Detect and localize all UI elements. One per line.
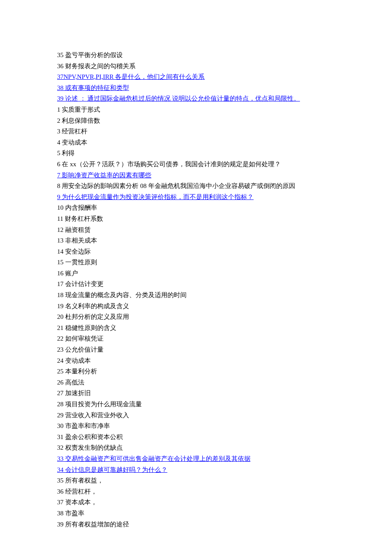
plain-text: 25 本量利分析 xyxy=(57,368,97,375)
text-line: 19 名义利率的构成及含义 xyxy=(57,301,392,312)
text-line: 39 论述 ： 通过国际金融危机过后的情况 说明以公允价值计量的特点，优点和局限… xyxy=(57,93,392,104)
hyperlink-text[interactable]: 34 会计信息是越可靠越好吗？为什么？ xyxy=(57,466,167,473)
text-line: 25 本量利分析 xyxy=(57,366,392,377)
text-line: 12 融资租赁 xyxy=(57,225,392,236)
text-line: 5 利得 xyxy=(57,148,392,159)
plain-text: 15 一贯性原则 xyxy=(57,259,97,266)
plain-text: 19 名义利率的构成及含义 xyxy=(57,303,129,309)
text-line: 26 高低法 xyxy=(57,377,392,388)
plain-text: 37 资本成本， xyxy=(57,499,97,506)
text-line: 13 非相关成本 xyxy=(57,235,392,246)
text-line: 38 市盈率 xyxy=(57,508,392,519)
plain-text: 31 盈余公积和资本公积 xyxy=(57,434,123,440)
plain-text: 12 融资租赁 xyxy=(57,226,91,233)
plain-text: 4 变动成本 xyxy=(57,139,87,146)
plain-text: 20 杜邦分析的定义及应用 xyxy=(57,313,129,320)
plain-text: 38 市盈率 xyxy=(57,510,84,517)
hyperlink-text[interactable]: 7 影响净资产收益率的因素有哪些 xyxy=(57,172,151,179)
plain-text: 24 变动成本 xyxy=(57,357,91,364)
plain-text: 14 安全边际 xyxy=(57,248,91,255)
plain-text: 5 利得 xyxy=(57,150,75,156)
plain-text: 23 公允价值计量 xyxy=(57,346,104,353)
plain-text: 16 账户 xyxy=(57,270,78,277)
text-line: 2 利息保障倍数 xyxy=(57,116,392,127)
hyperlink-text[interactable]: 38 或有事项的特征和类型 xyxy=(57,84,129,91)
text-line: 16 账户 xyxy=(57,268,392,279)
hyperlink-text[interactable]: 37NPV,NPVR,PI,IRR 各是什么，他们之间有什么关系 xyxy=(57,73,205,80)
text-line: 7 影响净资产收益率的因素有哪些 xyxy=(57,170,392,181)
text-line: 24 变动成本 xyxy=(57,356,392,367)
plain-text: 26 高低法 xyxy=(57,379,84,386)
plain-text: 21 稳健性原则的含义 xyxy=(57,324,116,331)
text-line: 35 所有者权益， xyxy=(57,475,392,486)
text-line: 38 或有事项的特征和类型 xyxy=(57,83,392,94)
plain-text: 6 在 xx（公开？活跃？）市场购买公司债券，我国会计准则的规定是如何处理？ xyxy=(57,161,281,168)
plain-text: 18 现金流量的概念及内容、分类及适用的时间 xyxy=(57,292,187,298)
text-line: 22 如何审核凭证 xyxy=(57,333,392,344)
plain-text: 1 实质重于形式 xyxy=(57,106,100,113)
plain-text: 13 非相关成本 xyxy=(57,237,97,244)
text-line: 36 财务报表之间的勾稽关系 xyxy=(57,61,392,72)
text-line: 31 盈余公积和资本公积 xyxy=(57,432,392,443)
text-line: 14 安全边际 xyxy=(57,246,392,257)
hyperlink-text[interactable]: 39 论述 ： 通过国际金融危机过后的情况 说明以公允价值计量的特点，优点和局限… xyxy=(57,95,300,102)
text-line: 34 会计信息是越可靠越好吗？为什么？ xyxy=(57,465,392,476)
hyperlink-text[interactable]: 33 交易性金融资产和可供出售金融资产在会计处理上的差别及其依据 xyxy=(57,455,251,462)
plain-text: 3 经营杠杆 xyxy=(57,128,87,135)
plain-text: 35 所有者权益， xyxy=(57,477,104,484)
text-line: 28 项目投资为什么用现金流量 xyxy=(57,399,392,410)
text-line: 11 财务杠杆系数 xyxy=(57,214,392,225)
text-line: 1 实质重于形式 xyxy=(57,104,392,116)
plain-text: 30 市盈率和市净率 xyxy=(57,422,110,429)
text-line: 32 权责发生制的优缺点 xyxy=(57,442,392,454)
plain-text: 28 项目投资为什么用现金流量 xyxy=(57,401,142,408)
text-line: 17 会计估计变更 xyxy=(57,279,392,290)
text-line: 18 现金流量的概念及内容、分类及适用的时间 xyxy=(57,290,392,301)
text-line: 33 交易性金融资产和可供出售金融资产在会计处理上的差别及其依据 xyxy=(57,454,392,465)
plain-text: 36 财务报表之间的勾稽关系 xyxy=(57,63,135,69)
text-line: 27 加速折旧 xyxy=(57,388,392,399)
text-line: 15 一贯性原则 xyxy=(57,257,392,268)
text-line: 10 内含报酬率 xyxy=(57,202,392,214)
plain-text: 22 如何审核凭证 xyxy=(57,335,104,342)
text-line: 36 经营杠杆， xyxy=(57,486,392,497)
text-line: 37 资本成本， xyxy=(57,497,392,508)
plain-text: 39 所有者权益增加的途径 xyxy=(57,521,129,528)
text-line: 6 在 xx（公开？活跃？）市场购买公司债券，我国会计准则的规定是如何处理？ xyxy=(57,159,392,170)
text-line: 29 营业收入和营业外收入 xyxy=(57,410,392,421)
plain-text: 17 会计估计变更 xyxy=(57,280,104,287)
hyperlink-text[interactable]: 9 为什么把现金流量作为投资决策评价指标，而不是用利润这个指标？ xyxy=(57,194,254,200)
plain-text: 2 利息保障倍数 xyxy=(57,117,100,124)
text-line: 37NPV,NPVR,PI,IRR 各是什么，他们之间有什么关系 xyxy=(57,72,392,83)
plain-text: 29 营业收入和营业外收入 xyxy=(57,412,129,419)
text-line: 23 公允价值计量 xyxy=(57,344,392,356)
text-line: 35 盈亏平衡分析的假设 xyxy=(57,50,392,61)
text-line: 9 为什么把现金流量作为投资决策评价指标，而不是用利润这个指标？ xyxy=(57,192,392,203)
text-line: 3 经营杠杆 xyxy=(57,126,392,137)
plain-text: 32 权责发生制的优缺点 xyxy=(57,444,123,451)
plain-text: 27 加速折旧 xyxy=(57,390,91,396)
text-line: 21 稳健性原则的含义 xyxy=(57,323,392,334)
plain-text: 8 用安全边际的影响因素分析 08 年金融危机我国沿海中小企业容易破产或倒闭的原… xyxy=(57,182,295,189)
plain-text: 11 财务杠杆系数 xyxy=(57,215,103,222)
document-page: 35 盈亏平衡分析的假设36 财务报表之间的勾稽关系37NPV,NPVR,PI,… xyxy=(0,0,392,555)
plain-text: 35 盈亏平衡分析的假设 xyxy=(57,52,123,58)
text-line: 39 所有者权益增加的途径 xyxy=(57,519,392,530)
text-line: 20 杜邦分析的定义及应用 xyxy=(57,312,392,323)
text-line: 8 用安全边际的影响因素分析 08 年金融危机我国沿海中小企业容易破产或倒闭的原… xyxy=(57,181,392,192)
plain-text: 10 内含报酬率 xyxy=(57,204,97,211)
text-line: 30 市盈率和市净率 xyxy=(57,421,392,432)
plain-text: 36 经营杠杆， xyxy=(57,488,97,495)
text-line: 4 变动成本 xyxy=(57,137,392,148)
